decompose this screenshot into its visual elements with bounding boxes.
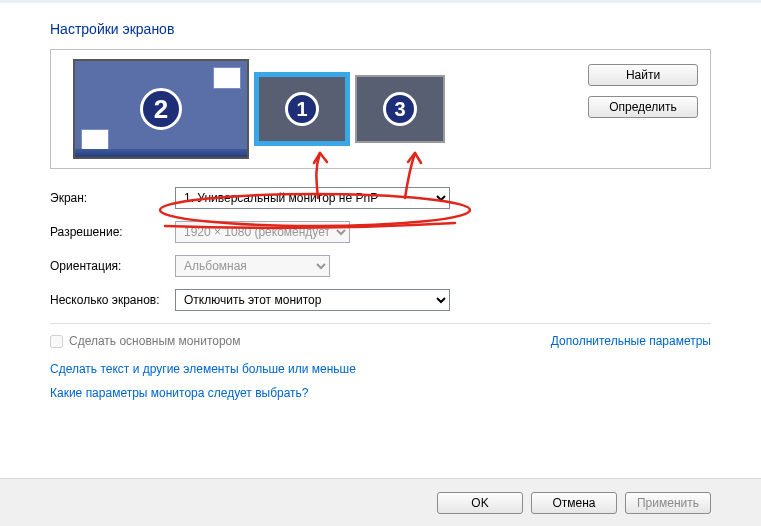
resolution-label: Разрешение: (50, 225, 175, 239)
thumbnail-window-icon (213, 67, 241, 89)
make-primary-checkbox[interactable]: Сделать основным монитором (50, 334, 241, 348)
identify-button[interactable]: Определить (588, 96, 698, 118)
monitor-3[interactable]: 3 (355, 75, 445, 143)
screen-label: Экран: (50, 191, 175, 205)
orientation-select[interactable]: Альбомная (175, 255, 330, 277)
monitor-number: 2 (140, 88, 182, 130)
monitor-2[interactable]: 2 (73, 59, 249, 159)
display-arrangement-box: 2 1 3 Найти Определить (50, 49, 711, 169)
advanced-settings-link[interactable]: Дополнительные параметры (551, 334, 711, 348)
multiple-displays-label: Несколько экранов: (50, 293, 175, 307)
find-button[interactable]: Найти (588, 64, 698, 86)
apply-button[interactable]: Применить (625, 492, 711, 514)
dialog-footer: OK Отмена Применить (0, 478, 761, 526)
divider (50, 323, 711, 324)
screen-select[interactable]: 1. Универсальный монитор не PnP (175, 187, 450, 209)
multiple-displays-select[interactable]: Отключить этот монитор (175, 289, 450, 311)
monitor-number: 3 (383, 92, 417, 126)
page-title: Настройки экранов (50, 21, 711, 37)
monitor-1[interactable]: 1 (257, 75, 347, 143)
make-primary-label: Сделать основным монитором (69, 334, 241, 348)
monitor-number: 1 (285, 92, 319, 126)
which-monitor-link[interactable]: Какие параметры монитора следует выбрать… (50, 386, 711, 400)
make-primary-checkbox-input[interactable] (50, 335, 63, 348)
taskbar-icon (75, 149, 247, 157)
resolution-select[interactable]: 1920 × 1080 (рекомендуется) (175, 221, 350, 243)
thumbnail-window-icon (81, 129, 109, 151)
cancel-button[interactable]: Отмена (531, 492, 617, 514)
ok-button[interactable]: OK (437, 492, 523, 514)
orientation-label: Ориентация: (50, 259, 175, 273)
text-size-link[interactable]: Сделать текст и другие элементы больше и… (50, 362, 711, 376)
